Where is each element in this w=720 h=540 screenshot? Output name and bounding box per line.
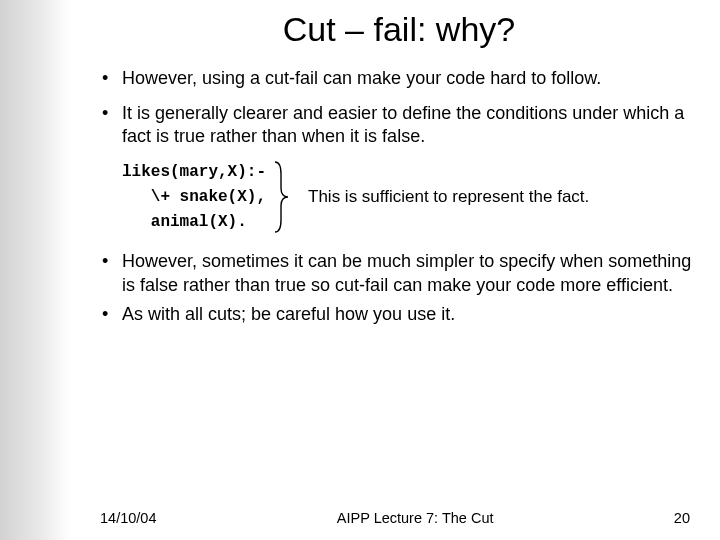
curly-brace-icon [272, 160, 290, 234]
footer-center: AIPP Lecture 7: The Cut [337, 510, 494, 526]
code-block: likes(mary,X):- \+ snake(X), animal(X). [122, 160, 272, 234]
bullet-item: It is generally clearer and easier to de… [100, 102, 698, 148]
code-line: \+ snake(X), [122, 188, 266, 206]
slide-footer: 14/10/04 AIPP Lecture 7: The Cut 20 [70, 510, 720, 526]
bullet-item: However, sometimes it can be much simple… [100, 250, 698, 296]
bottom-bullet-list: However, sometimes it can be much simple… [100, 250, 698, 325]
code-line: animal(X). [122, 213, 247, 231]
code-example-row: likes(mary,X):- \+ snake(X), animal(X). … [122, 160, 698, 234]
side-gradient [0, 0, 70, 540]
code-line: likes(mary,X):- [122, 163, 266, 181]
footer-date: 14/10/04 [100, 510, 156, 526]
code-caption: This is sufficient to represent the fact… [290, 187, 589, 207]
bottom-bullet-block: However, sometimes it can be much simple… [100, 250, 698, 325]
slide-title: Cut – fail: why? [100, 10, 698, 49]
bullet-item: However, using a cut-fail can make your … [100, 67, 698, 90]
top-bullet-list: However, using a cut-fail can make your … [100, 67, 698, 148]
slide-body: Cut – fail: why? However, using a cut-fa… [70, 0, 720, 540]
bullet-item: As with all cuts; be careful how you use… [100, 303, 698, 326]
footer-page: 20 [674, 510, 690, 526]
